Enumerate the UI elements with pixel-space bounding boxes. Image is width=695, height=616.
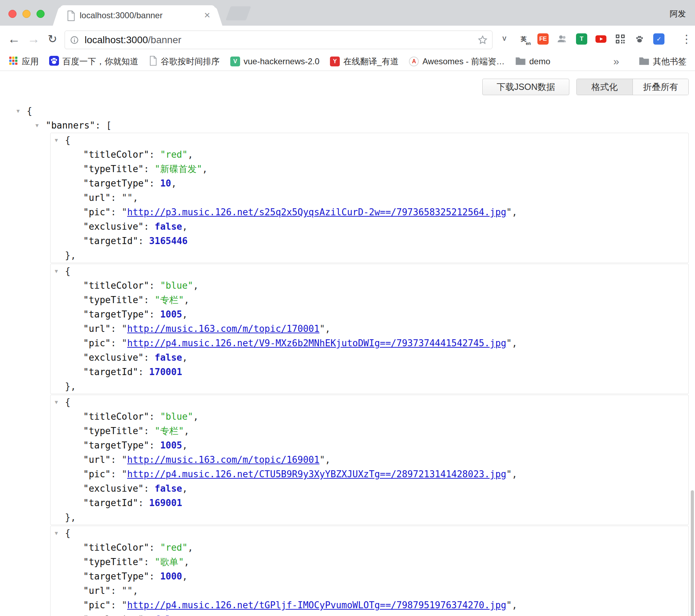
page-info-icon[interactable] (70, 35, 79, 45)
json-url-link[interactable]: http://music.163.com/m/topic/169001 (127, 454, 319, 465)
collapse-toggle-icon[interactable]: ▼ (55, 395, 58, 409)
json-field: "exclusive": false, (51, 481, 688, 496)
bookmark-item[interactable]: AAwesomes - 前端资… (409, 56, 504, 67)
bookmark-label: 百度一下，你就知道 (62, 56, 138, 67)
extension-people-icon[interactable] (556, 33, 568, 45)
extension-green-icon[interactable]: T (576, 33, 588, 45)
bookmark-item[interactable]: 百度一下，你就知道 (49, 56, 138, 67)
format-collapse-group: 格式化 折叠所有 (576, 79, 689, 95)
page-icon (149, 56, 157, 67)
extensions-row: V英enFET✓ (498, 26, 665, 52)
bookmark-star-icon[interactable] (477, 35, 488, 45)
collapse-toggle-icon[interactable]: ▼ (55, 264, 58, 278)
json-url-link[interactable]: http://p4.music.126.net/CTU5B9R9y3XyYBZX… (127, 469, 506, 479)
bookmark-item[interactable]: Vvue-hackernews-2.0 (230, 57, 319, 66)
format-button[interactable]: 格式化 (577, 79, 633, 95)
page-content: 下载JSON数据 格式化 折叠所有 ▼{▼"banners": [▼{"titl… (0, 71, 695, 616)
vue-icon: V (230, 57, 240, 66)
collapse-toggle-icon[interactable]: ▼ (55, 526, 58, 540)
extension-qrcode-icon[interactable] (614, 33, 626, 45)
bookmarks-bar: 应用百度一下，你就知道谷歌按时间排序Vvue-hackernews-2.0Y在线… (0, 52, 695, 71)
json-url-link[interactable]: http://p4.music.126.net/V9-MXz6b2MNhEKju… (127, 338, 506, 348)
json-url-link[interactable]: http://p3.music.126.net/s25q2x5QyqsAzilC… (127, 207, 506, 217)
json-key: "targetType" (83, 440, 149, 451)
json-field: "typeTitle": "专栏", (51, 293, 688, 307)
extension-translate-icon[interactable]: 英en (518, 33, 530, 45)
json-key: "url" (83, 454, 111, 465)
json-key: "pic" (83, 469, 111, 479)
apps-grid-icon (8, 56, 18, 67)
json-value: "" (122, 192, 133, 203)
json-value: "歌单" (155, 557, 184, 567)
window-title-bar: localhost:3000/banner × 阿发 (0, 0, 695, 26)
vertical-scrollbar[interactable] (691, 490, 694, 616)
json-field: "titleColor": "blue", (51, 278, 688, 293)
json-toolbar: 下载JSON数据 格式化 折叠所有 (482, 79, 689, 95)
download-json-button[interactable]: 下载JSON数据 (482, 79, 569, 95)
json-field: "titleColor": "blue", (51, 409, 688, 424)
json-key: "titleColor" (83, 411, 149, 422)
json-key: "pic" (83, 338, 111, 348)
new-tab-button[interactable] (226, 6, 251, 20)
bookmark-item[interactable]: Y在线翻译_有道 (330, 56, 398, 67)
json-field: "exclusive": false, (51, 350, 688, 365)
extension-fe-icon[interactable]: FE (537, 33, 549, 45)
collapse-toggle-icon[interactable]: ▼ (55, 133, 58, 148)
minimize-window-button[interactable] (22, 10, 31, 18)
json-url-link[interactable]: http://music.163.com/m/topic/170001 (127, 323, 319, 334)
extension-paw-icon[interactable] (634, 33, 646, 45)
json-key: "exclusive" (83, 352, 144, 363)
json-object-open: ▼{ (51, 264, 688, 278)
zoom-window-button[interactable] (37, 10, 45, 18)
json-field: "targetId": 3165446 (51, 234, 688, 248)
json-array-item: ▼{"titleColor": "red","typeTitle": "新碟首发… (50, 133, 689, 263)
collapse-all-button[interactable]: 折叠所有 (633, 79, 688, 95)
bookmark-label: 在线翻译_有道 (343, 56, 398, 67)
extension-vimium-icon[interactable]: V (498, 33, 510, 45)
json-key: "targetType" (83, 571, 149, 582)
json-field: "targetId": 170001 (51, 365, 688, 379)
forward-button[interactable]: → (27, 33, 40, 45)
json-value: "专栏" (155, 426, 184, 436)
json-value: 10 (160, 178, 171, 189)
collapse-toggle-icon[interactable]: ▼ (16, 104, 20, 118)
address-host: localhost:3000 (85, 34, 148, 45)
other-bookmarks-folder[interactable]: 其他书签 (639, 56, 687, 67)
json-field: "targetType": 1005, (51, 438, 688, 453)
json-root-open: ▼{ (0, 104, 695, 118)
bookmarks-overflow-chevron[interactable]: » (613, 55, 619, 67)
extension-shield-icon[interactable]: ✓ (653, 33, 665, 45)
reload-button[interactable]: ↻ (48, 33, 57, 45)
json-array-open: ▼"banners": [ (0, 118, 695, 133)
collapse-toggle-icon[interactable]: ▼ (35, 118, 39, 133)
json-field: "exclusive": false, (51, 612, 688, 616)
json-key: "targetId" (83, 367, 138, 377)
bookmark-item[interactable]: 应用 (8, 56, 39, 67)
youdao-icon: Y (330, 57, 340, 66)
browser-menu-icon[interactable]: ⋮ (681, 32, 692, 46)
json-value: "red" (160, 542, 187, 553)
tab-close-icon[interactable]: × (204, 9, 210, 21)
folder-icon (639, 57, 649, 67)
address-url[interactable]: localhost:3000/banner (85, 34, 181, 46)
bookmark-item[interactable]: demo (515, 57, 550, 67)
json-value: "专栏" (155, 295, 184, 305)
json-field: "url": "", (51, 584, 688, 598)
json-url-link[interactable]: http://p4.music.126.net/tGPljf-IMOCyPvum… (127, 600, 506, 610)
bookmark-label: 应用 (22, 56, 39, 67)
extension-youtube-icon[interactable] (595, 33, 607, 45)
back-button[interactable]: ← (8, 33, 20, 45)
address-bar[interactable]: localhost:3000/banner (65, 31, 492, 49)
json-value: 1005 (160, 440, 182, 451)
json-viewer: ▼{▼"banners": [▼{"titleColor": "red","ty… (0, 71, 695, 616)
json-field: "targetType": 1000, (51, 569, 688, 584)
json-value: "blue" (160, 411, 193, 422)
close-window-button[interactable] (8, 10, 16, 18)
json-key: "targetId" (83, 236, 138, 246)
browser-tab[interactable]: localhost:3000/banner × (60, 5, 215, 26)
json-field: "typeTitle": "新碟首发", (51, 162, 688, 176)
other-bookmarks-label: 其他书签 (653, 56, 687, 67)
bookmark-item[interactable]: 谷歌按时间排序 (149, 56, 220, 67)
json-array-item: ▼{"titleColor": "blue","typeTitle": "专栏"… (50, 395, 689, 525)
json-key: "url" (83, 585, 111, 596)
